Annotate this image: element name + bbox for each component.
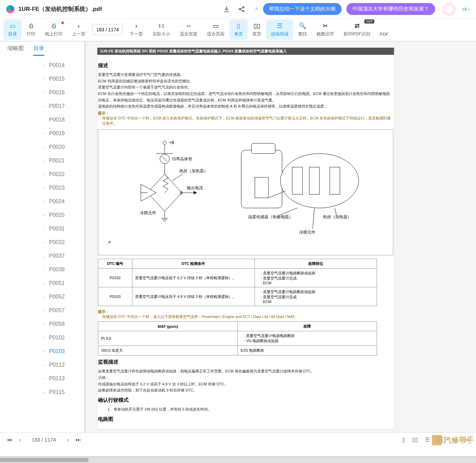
description-text: 质量空气流量计是测量流经节气门空气量的传感器。ECM 利用该信息确定燃油喷射时间… xyxy=(98,71,393,110)
page-number-input[interactable] xyxy=(92,24,123,35)
single-page-button[interactable]: ▯单页 xyxy=(229,19,248,40)
toc-button[interactable]: ▭目录 xyxy=(3,19,22,40)
toc-item-P0052[interactable]: P0052 xyxy=(0,290,84,304)
toc-item-P0103[interactable]: P0103 xyxy=(0,345,84,358)
toc-item-P0057[interactable]: P0057 xyxy=(0,304,84,317)
hint-text: 存储这些 DTC 中的任一个时，ECM 进入失效保护模式。失效保护模式下，ECM… xyxy=(98,116,393,126)
ai-avatar-icon[interactable] xyxy=(443,3,456,16)
toc-item-P0021[interactable]: P0021 xyxy=(0,154,84,167)
svg-text:P: P xyxy=(109,240,111,244)
svg-line-17 xyxy=(172,174,183,181)
section-description: 描述 xyxy=(98,62,393,69)
toc-item-P0014[interactable]: P0014 xyxy=(0,59,84,72)
svg-marker-15 xyxy=(194,191,197,194)
toc-item-P0113[interactable]: P0113 xyxy=(0,372,84,385)
toc-item-P0037[interactable]: P0037 xyxy=(0,249,84,263)
toc-item-P0018[interactable]: P0018 xyxy=(0,113,84,127)
toc-item-P0019[interactable]: P0019 xyxy=(0,127,84,140)
prev-page-icon[interactable]: ‹ xyxy=(19,437,21,443)
close-icon[interactable]: × xyxy=(255,5,259,13)
toc-item-P0020[interactable]: P0020 xyxy=(0,140,84,154)
svg-text:冷膜元件: 冷膜元件 xyxy=(299,230,315,235)
tab-toc[interactable]: 目录 xyxy=(33,45,44,56)
bridge-circuit-icon: +B 功率晶体管 A B 输出电压 热丝（加热器） xyxy=(109,140,197,242)
toc-item-P0031[interactable]: P0031 xyxy=(0,222,84,236)
toc-item-P0022[interactable]: P0022 xyxy=(0,167,84,181)
svg-text:B: B xyxy=(180,191,183,195)
svg-point-1 xyxy=(243,6,244,8)
svg-rect-31 xyxy=(292,167,302,194)
ai-suggestion-bar: × 帮我总结一下这个文档的大纲 中国顶尖大学有哪些历史和发展？ Hi › xyxy=(255,3,470,16)
page-header-bar: 1UR-FE 发动机控制系统 SFI 系统 P0102 质量或体积空气流量电路低… xyxy=(97,48,394,55)
toc-item-P0032[interactable]: P0032 xyxy=(0,236,84,249)
ai-suggestion-2[interactable]: 中国顶尖大学有哪些历史和发展？ xyxy=(346,3,435,15)
online-print-button[interactable]: ⎙线上打印 xyxy=(40,19,67,40)
monitor-text: 如果质量空气流量计存在故障或电路断路或短路，则电压偏离正常工作范围。ECM 将此… xyxy=(98,368,393,394)
swp-badge: SWP xyxy=(364,19,374,23)
ai-suggestion-1[interactable]: 帮我总结一下这个文档的大纲 xyxy=(263,3,342,15)
sidebar: 缩略图 目录 P0014P0015P0016P0017P0018P0019P00… xyxy=(0,42,86,447)
toc-item-P0023[interactable]: P0023 xyxy=(0,181,84,195)
next-page-button[interactable]: ›下一页 xyxy=(125,19,148,40)
actual-size-button[interactable]: 1:1实际大小 xyxy=(148,19,175,40)
fit-page-button[interactable]: ▭适合页面 xyxy=(202,19,229,40)
toc-item-P0058[interactable]: P0058 xyxy=(0,317,84,331)
notification-dot-icon xyxy=(61,21,64,24)
fit-width-button[interactable]: ↔适合宽度 xyxy=(175,19,202,40)
scrollbar-thumb[interactable] xyxy=(0,458,88,462)
svg-text:冷膜元件: 冷膜元件 xyxy=(140,210,156,215)
step-1: 1. 将发动机开关置于 ON (IG) 位置，并等待 5 秒或更长时间。 xyxy=(108,406,393,413)
toc-item-P0112[interactable]: P0112 xyxy=(0,358,84,372)
title-bar: 1UR-FE（发动机控制系统）.pdf × 帮我总结一下这个文档的大纲 中国顶尖… xyxy=(0,0,476,18)
main-toolbar: ▭目录 ⎙打印 ⎙线上打印 ‹上一页 ›下一页 1:1实际大小 ↔适合宽度 ▭适… xyxy=(0,18,476,42)
toc-item-P0025[interactable]: P0025 xyxy=(0,208,84,222)
toc-item-P0024[interactable]: P0024 xyxy=(0,195,84,208)
view-single-icon[interactable]: ▯ xyxy=(402,436,405,443)
ai-hi-label[interactable]: Hi › xyxy=(462,6,470,12)
status-bar: ⏮ ‹ 183 / 1174 › ⏭ ▯ ▯▯ ☰ 1:1 ↔ ▭ xyxy=(0,432,476,447)
share-icon[interactable] xyxy=(238,5,245,13)
last-page-icon[interactable]: ⏭ xyxy=(76,437,81,443)
first-page-icon[interactable]: ⏮ xyxy=(7,437,12,443)
section-monitor: 监视描述 xyxy=(98,359,393,365)
hint-label-2: 提示： xyxy=(98,309,109,314)
download-icon[interactable] xyxy=(223,5,230,13)
search-button[interactable]: 🔍查找 xyxy=(293,19,312,40)
document-title: 1UR-FE（发动机控制系统）.pdf xyxy=(18,5,102,13)
toc-item-P0016[interactable]: P0016 xyxy=(0,86,84,99)
svg-text:+B: +B xyxy=(169,140,174,145)
tab-thumbnails[interactable]: 缩略图 xyxy=(7,45,24,56)
watermark: 汽修帮手 xyxy=(432,435,474,445)
pdf-button[interactable]: PDF xyxy=(375,19,393,40)
view-continuous-icon[interactable]: ☰ xyxy=(425,436,430,443)
svg-text:输出电压: 输出电压 xyxy=(187,186,203,190)
svg-text:温度传感器（热敏电阻）: 温度传感器（热敏电阻） xyxy=(248,214,293,219)
svg-point-2 xyxy=(243,10,244,12)
next-page-icon[interactable]: › xyxy=(67,437,68,443)
horizontal-scrollbar[interactable] xyxy=(0,456,476,463)
toc-item-P0102[interactable]: P0102 xyxy=(0,331,84,345)
print-button[interactable]: ⎙打印 xyxy=(22,19,40,40)
svg-rect-28 xyxy=(251,143,275,154)
hint-text-2: 存储这些 DTC 中的任一个时，进入以下菜单检查空气流率：Powertrain … xyxy=(98,314,393,319)
prev-page-button[interactable]: ‹上一页 xyxy=(67,19,90,40)
toc-list[interactable]: P0014P0015P0016P0017P0018P0019P0020P0021… xyxy=(0,56,84,447)
svg-text:热丝（加热器）: 热丝（加热器） xyxy=(179,169,208,173)
page-indicator: 183 / 1174 xyxy=(32,437,56,443)
toc-item-P0015[interactable]: P0015 xyxy=(0,72,84,86)
view-double-icon[interactable]: ▯▯ xyxy=(412,436,418,443)
toc-item-P0115[interactable]: P0115 xyxy=(0,385,84,399)
toc-item-P0017[interactable]: P0017 xyxy=(0,99,84,113)
svg-rect-32 xyxy=(309,167,319,194)
screenshot-ocr-button[interactable]: ✂截图识字 xyxy=(312,19,339,40)
maf-table: MAF (gm/s)故障 约 0.0质量空气流量计电源电路断路VG 电路断路或短… xyxy=(98,321,377,355)
toc-item-P0038[interactable]: P0038 xyxy=(0,263,84,276)
app-logo-icon xyxy=(6,5,14,13)
photo-pdf-ocr-button[interactable]: SWP⇄影印PDF识别 xyxy=(339,19,375,40)
svg-point-4 xyxy=(163,141,166,144)
continuous-read-button[interactable]: ☰连续阅读 xyxy=(266,19,293,40)
watermark-icon xyxy=(432,435,442,445)
double-page-button[interactable]: ▯▯双页 xyxy=(248,19,266,40)
document-viewport[interactable]: 1UR-FE 发动机控制系统 SFI 系统 P0102 质量或体积空气流量电路低… xyxy=(86,42,476,447)
toc-item-P0051[interactable]: P0051 xyxy=(0,276,84,290)
